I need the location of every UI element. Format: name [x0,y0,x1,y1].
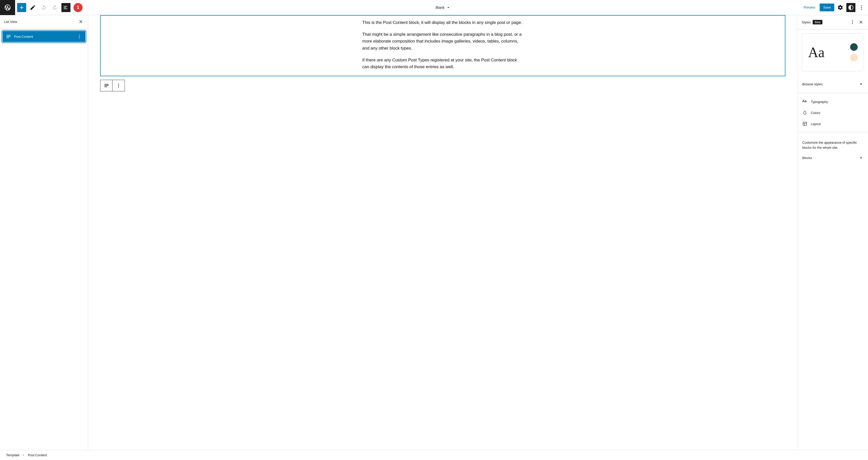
blocks-row[interactable]: Blocks [798,152,868,164]
styles-icon [848,4,854,10]
styles-preview-card[interactable]: Aa [802,33,864,71]
list-view-header: List View [0,15,88,28]
svg-point-5 [79,38,80,38]
post-content-icon [103,83,110,89]
list-view-icon [63,4,69,10]
gear-icon [837,4,843,10]
placeholder-paragraph: That might be a simple arrangement like … [362,28,523,54]
close-styles-button[interactable] [858,19,864,25]
svg-point-6 [118,84,119,85]
undo-icon [41,4,47,10]
wordpress-logo[interactable] [0,0,15,15]
beta-badge: Beta [813,20,823,24]
colors-label: Colors [811,111,820,115]
svg-point-0 [861,5,862,6]
list-item-label: Post Content [14,35,33,38]
svg-point-2 [861,9,862,9]
template-selector[interactable]: Blank [86,5,801,10]
vertical-dots-icon [116,83,122,89]
annotation-step-1: 1 [73,3,83,12]
vertical-dots-icon [859,4,865,10]
swatch-light [850,54,858,61]
editor-canvas[interactable]: This is the Post Content block, it will … [88,15,798,450]
layout-label: Layout [811,122,821,126]
blocks-description: Customize the appearance of specific blo… [798,136,868,152]
close-list-view-button[interactable] [78,19,84,25]
chevron-down-icon [446,5,451,10]
svg-point-3 [79,35,80,35]
template-name: Blank [436,5,444,9]
list-view-body: Post Content [0,28,88,44]
swatch-dark [850,43,858,51]
svg-point-10 [852,22,853,23]
close-icon [78,19,83,24]
close-icon [859,20,864,25]
undo-button[interactable] [39,3,48,12]
pencil-icon [30,4,36,10]
chevron-right-icon [859,156,864,160]
block-inserter-button[interactable] [17,3,26,12]
breadcrumb: Template Post Content [0,450,868,460]
browse-styles-row[interactable]: Browse styles [798,78,868,90]
svg-point-7 [118,85,119,86]
colors-option[interactable]: Colors [798,107,868,118]
block-options-button[interactable] [113,80,125,91]
styles-title: Styles [802,21,811,24]
header-right-actions: Preview Save [801,3,868,12]
post-content-block[interactable]: This is the Post Content block, it will … [100,15,785,76]
placeholder-paragraph: If there are any Custom Post Types regis… [362,54,523,73]
layout-option[interactable]: Layout [798,118,868,129]
preview-button[interactable]: Preview [801,3,818,11]
list-view-panel: List View Post Content [0,15,88,450]
editor-main: List View Post Content This is the Post … [0,15,868,450]
svg-point-4 [79,36,80,37]
typography-preview: Aa [808,44,825,60]
chevron-right-icon [22,454,25,457]
chevron-right-icon [859,82,864,86]
list-item-post-content[interactable]: Post Content [2,30,86,42]
styles-panel: Styles Beta Aa Browse styles [798,15,868,450]
typography-label: Typography [811,100,828,104]
vertical-dots-icon[interactable] [76,33,82,39]
wordpress-icon [4,4,11,11]
plus-icon [19,4,25,10]
list-view-toggle-button[interactable] [61,3,70,12]
redo-button[interactable] [50,3,59,12]
save-button[interactable]: Save [820,3,834,11]
breadcrumb-current[interactable]: Post Content [28,453,47,457]
blocks-label: Blocks [802,156,812,160]
svg-point-8 [118,87,119,88]
block-toolbar [100,80,125,91]
settings-button[interactable] [836,3,845,12]
redo-icon [52,4,58,10]
post-content-icon [5,33,11,39]
styles-more-button[interactable] [849,19,856,26]
droplet-icon [802,110,807,115]
color-swatches [850,43,858,61]
editor-header: 1 Blank Preview Save [0,0,868,15]
edit-tool-button[interactable] [28,3,37,12]
typography-icon: Aa [802,99,807,104]
list-view-title: List View [4,20,17,24]
vertical-dots-icon [849,19,856,25]
typography-option[interactable]: Aa Typography [798,96,868,107]
svg-point-9 [852,21,853,21]
block-type-button[interactable] [100,80,113,91]
breadcrumb-root[interactable]: Template [6,453,20,457]
header-left-tools: 1 [0,0,86,15]
browse-styles-label: Browse styles [802,82,823,86]
styles-header: Styles Beta [798,15,868,29]
layout-icon [802,121,807,126]
svg-point-1 [861,7,862,8]
more-options-button[interactable] [857,3,866,12]
styles-toggle-button[interactable] [846,3,856,12]
placeholder-paragraph: This is the Post Content block, it will … [362,17,523,28]
svg-point-11 [852,23,853,24]
svg-rect-12 [803,122,806,125]
